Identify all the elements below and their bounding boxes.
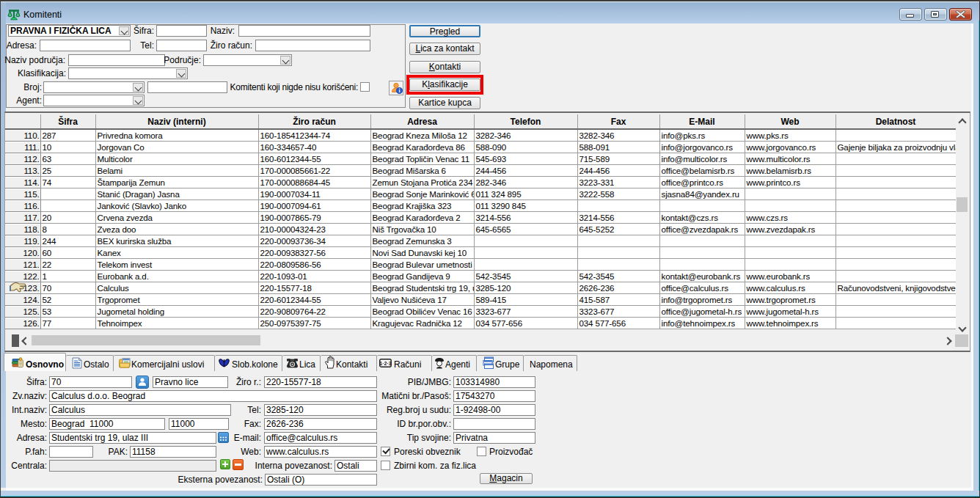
svg-text:i: i (398, 87, 400, 94)
svg-text:1·2·3: 1·2·3 (379, 361, 391, 366)
